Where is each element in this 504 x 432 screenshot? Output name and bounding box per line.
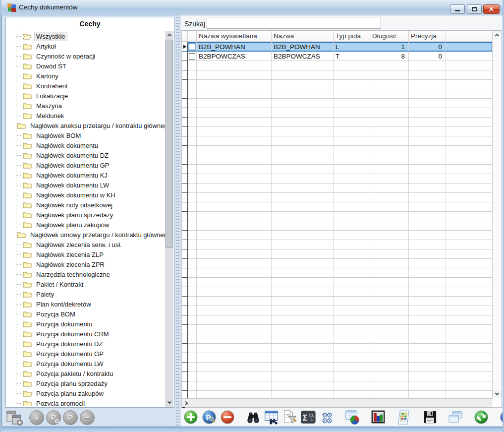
tree-item[interactable]: Nagłówek dokumentu GP [9,160,166,170]
add-button-disabled[interactable]: + [29,410,44,425]
folder-icon [23,320,32,327]
tree-item[interactable]: Maszyna [9,101,166,111]
tree-item[interactable]: Nagłówek aneksu przetargu / kontraktu gł… [9,121,166,130]
tree-item[interactable]: Lokalizacje [9,91,166,101]
table-cell-blank [197,334,272,344]
tree-item[interactable]: Nagłówek BOM [9,130,166,140]
edit-record-button[interactable]: P [201,411,217,426]
add-record-button[interactable] [183,411,198,426]
tree-item[interactable]: Nagłówek dokumentu DZ [9,150,166,160]
search-input[interactable] [207,17,381,29]
tree-item[interactable]: Nagłówek dokumentu [9,140,166,150]
column-header[interactable]: Precyzja [409,31,446,42]
data-table[interactable]: Nazwa wyświetlanaNazwaTyp polaDługośćPre… [181,30,502,408]
tree-item[interactable]: Meldunek [9,111,166,121]
tree-scrollbar-thumb[interactable] [166,40,173,248]
table-cell[interactable]: 8 [370,52,409,61]
refresh-button[interactable] [473,411,489,426]
table-cell[interactable]: T [334,52,370,61]
maximize-icon [472,7,477,11]
table-scroll-up-button[interactable] [493,31,501,39]
tree-item[interactable]: Czynność w operacji [9,51,166,61]
title-bar[interactable]: Cechy dokumentów ✕ [1,0,503,15]
parameter-button-disabled[interactable]: P [63,410,78,425]
remove-button-disabled[interactable]: − [80,410,95,425]
tree-item[interactable]: Artykuł [9,41,166,51]
table-cell[interactable]: 0 [409,52,446,61]
table-cell-blank [197,231,272,240]
folder-icon [23,191,32,198]
export-sheet-button[interactable] [396,411,411,426]
maximize-button[interactable] [467,4,482,14]
table-row[interactable]: B2BPOWCZASB2BPOWCZAST80 [182,52,493,61]
tree-item[interactable]: Nagłówek zlecenia ZPR [9,259,166,269]
tree-item[interactable]: Kartony [9,71,166,81]
table-row[interactable]: B2B_POWHANB2B_POWHANL10 [182,42,493,52]
column-header[interactable]: Długość [370,31,409,42]
column-header[interactable]: Nazwa wyświetlana [197,31,272,42]
tree-scrollbar[interactable] [165,31,173,407]
tree-item[interactable]: Pozycja dokumentu GP [9,349,166,359]
table-cell[interactable]: B2BPOWCZAS [197,52,272,61]
minimize-button[interactable] [450,4,465,14]
bar-chart-button[interactable] [370,411,386,426]
table-cell[interactable]: 1 [370,42,409,52]
table-cell[interactable]: B2B_POWHAN [197,42,272,52]
table-cell[interactable]: B2BPOWCZAS [272,52,334,61]
panel-splitter[interactable] [175,17,180,426]
tree-item[interactable]: Plan kont/dekretów [9,299,166,309]
tree-item[interactable]: Pozycja dokumentu DZ [9,339,166,349]
tree-item[interactable]: Palety [9,289,166,299]
row-checkbox[interactable] [189,44,195,50]
copy-windows-button[interactable] [448,411,463,426]
tree-item[interactable]: Nagłówek zlecenia serw. i usł. [9,240,166,249]
tree-item[interactable]: Kontrahent [9,81,166,91]
tree-item[interactable]: Nagłówek planu zakupów [9,220,166,230]
filter-button[interactable] [282,411,297,426]
close-button[interactable]: ✕ [483,4,500,14]
table-cell[interactable]: L [334,42,370,52]
tree-item[interactable]: Dowód ŚT [9,61,166,71]
column-header[interactable]: Typ pola [334,31,370,42]
tree-item[interactable]: Nagłówek noty odsetkowej [9,200,166,210]
settings-button[interactable]: ⚙⚙⚙⚙ [319,411,334,426]
table-horizontal-scrollbar[interactable] [182,398,493,407]
tree-item[interactable]: Pozycja promocji [9,398,166,406]
tree-item[interactable]: Pozycja planu zakupów [9,388,166,398]
delete-record-button[interactable] [220,411,235,426]
tree-item[interactable]: Narzędzia technologiczne [9,269,166,279]
tree-item[interactable]: Pozycja planu sprzedaży [9,378,166,388]
table-cell[interactable]: 0 [409,42,446,52]
first-record-button[interactable] [499,411,504,426]
tree-item[interactable]: Nagłówek dokumentu w KH [9,190,166,200]
tree-item[interactable]: Pozycja pakietu / kontraktu [9,369,166,378]
tree-item[interactable]: Nagłówek dokumentu LW [9,180,166,190]
table-cell-blank [370,136,409,146]
copy-window-button[interactable] [5,409,25,426]
find-parameter-button-disabled[interactable]: P [46,410,61,425]
table-vertical-scrollbar[interactable] [492,31,502,398]
search-button[interactable] [245,411,261,426]
table-cell-blank [272,231,334,240]
tree-item[interactable]: Pakiet / Kontrakt [9,279,166,289]
summary-button[interactable]: Σx·y3 [300,411,316,426]
tree-item[interactable]: Nagłówek planu sprzedaży [9,210,166,220]
tree-scroll-down-button[interactable] [165,398,173,407]
tree-item[interactable]: Nagłówek umowy przetargu / kontraktu głó… [9,230,166,240]
tree-item[interactable]: Nagłówek dokumentu KJ [9,170,166,180]
tree-scroll-up-button[interactable] [165,31,173,39]
row-checkbox[interactable] [189,53,195,60]
table-scroll-right-button[interactable] [182,399,191,407]
tree-item[interactable]: Pozycja dokumentu LW [9,359,166,369]
tree-item[interactable]: Pozycja dokumentu CRM [9,329,166,339]
tree-item[interactable]: Pozycja dokumentu [9,319,166,329]
tree-item[interactable]: Nagłówek zlecenia ZLP [9,249,166,259]
save-button[interactable] [422,411,437,426]
table-cell[interactable]: B2B_POWHAN [272,42,334,52]
table-scroll-down-button[interactable] [493,390,501,398]
tree-item[interactable]: Wszystkie [9,31,166,41]
chart-window-button[interactable] [344,411,360,426]
column-header[interactable]: Nazwa [272,31,334,42]
tree-item[interactable]: Pozycja BOM [9,309,166,319]
search-in-table-button[interactable] [264,411,279,426]
